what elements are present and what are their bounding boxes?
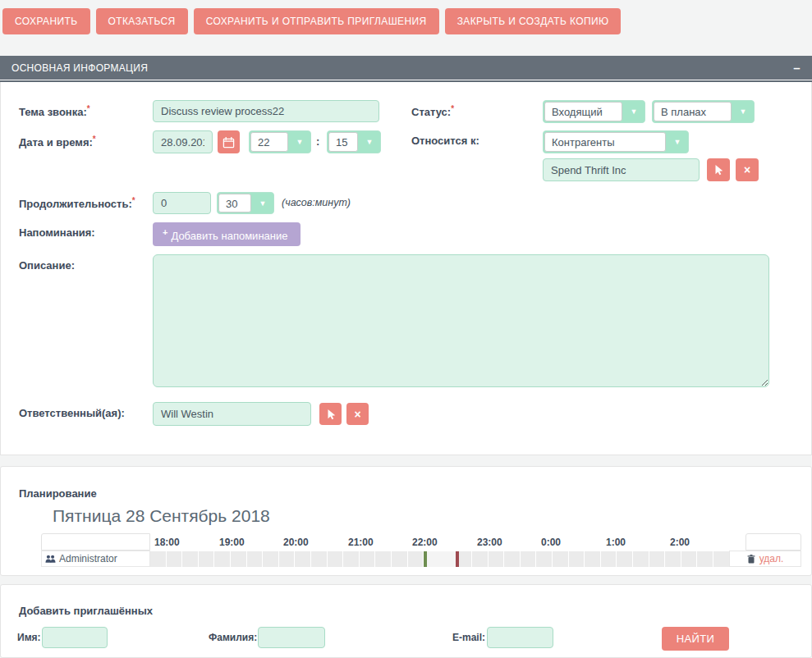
basic-info-panel: ОСНОВНАЯ ИНФОРМАЦИЯ – Тема звонка:* Стат…: [0, 56, 812, 455]
required-asterisk: *: [451, 104, 454, 113]
invitees-title: Добавить приглашённых: [19, 605, 153, 617]
last-name-label: Фамилия:: [209, 632, 257, 643]
attendee-name: Administrator: [59, 553, 117, 564]
date-input[interactable]: [153, 130, 213, 153]
required-asterisk: *: [87, 104, 90, 113]
chevron-down-icon: ▼: [359, 131, 380, 153]
minute-select[interactable]: 15 ▼: [327, 130, 381, 153]
collapse-minus-icon[interactable]: –: [793, 62, 801, 74]
save-button[interactable]: СОХРАНИТЬ: [2, 8, 90, 34]
toolbar: СОХРАНИТЬ ОТКАЗАТЬСЯ СОХРАНИТЬ И ОТПРАВИ…: [2, 8, 621, 34]
chevron-down-icon: ▼: [732, 101, 754, 122]
hour-tick: 22:00: [412, 537, 438, 548]
scheduler-panel: Планирование Пятница 28 Сентябрь 2018 18…: [0, 466, 812, 576]
subject-label: Тема звонка:*: [19, 104, 90, 118]
close-icon: ×: [354, 409, 360, 420]
chevron-down-icon: ▼: [623, 101, 645, 122]
calendar-button[interactable]: [218, 130, 240, 153]
related-record-input[interactable]: [543, 158, 700, 181]
related-to-label: Относится к:: [411, 135, 479, 147]
duration-hours-input[interactable]: [153, 192, 211, 214]
scheduler-row-attendee: Administrator: [41, 551, 150, 567]
form-body: Тема звонка:* Статус:* Входящий ▼ В план…: [0, 82, 812, 455]
hour-tick: 2:00: [670, 537, 690, 548]
save-and-send-invites-button[interactable]: СОХРАНИТЬ И ОТПРАВИТЬ ПРИГЛАШЕНИЯ: [194, 8, 439, 34]
description-textarea[interactable]: [153, 254, 769, 387]
close-icon: ×: [744, 164, 750, 176]
call-edit-page: СОХРАНИТЬ ОТКАЗАТЬСЯ СОХРАНИТЬ И ОТПРАВИ…: [0, 0, 812, 658]
hour-tick: 19:00: [219, 537, 245, 548]
cursor-arrow-icon: [325, 409, 337, 420]
subject-input[interactable]: [153, 100, 379, 122]
hour-tick: 1:00: [606, 537, 626, 548]
select-record-button[interactable]: [707, 158, 730, 181]
hour-select[interactable]: 22 ▼: [249, 130, 311, 153]
panel-header: ОСНОВНАЯ ИНФОРМАЦИЯ –: [0, 56, 812, 80]
hour-tick: 20:00: [283, 537, 309, 548]
duration-hint: (часов:минут): [282, 197, 351, 208]
calendar-icon: [222, 136, 235, 149]
first-name-label: Имя:: [17, 632, 41, 643]
scheduler-table: 18:00 19:00 20:00 21:00 22:00 23:00 0:00…: [41, 533, 801, 568]
scheduler-title: Планирование: [19, 487, 97, 500]
related-module-select[interactable]: Контрагенты ▼: [543, 130, 689, 153]
time-colon: :: [316, 135, 319, 148]
chevron-down-icon: ▼: [667, 131, 688, 153]
scheduler-date-heading: Пятница 28 Сентябрь 2018: [53, 506, 270, 526]
clear-record-button[interactable]: ×: [736, 158, 759, 181]
duration-minutes-select[interactable]: 30 ▼: [217, 192, 274, 214]
cursor-arrow-icon: [713, 164, 724, 176]
scheduler-corner-cell: [41, 533, 150, 551]
call-status-select[interactable]: В планах ▼: [652, 100, 755, 123]
users-icon: [45, 555, 56, 564]
description-label: Описание:: [19, 259, 75, 272]
clear-user-button[interactable]: ×: [346, 403, 369, 425]
close-and-create-copy-button[interactable]: ЗАКРЫТЬ И СОЗДАТЬ КОПИЮ: [445, 8, 622, 34]
add-reminder-button[interactable]: +Добавить напоминание: [153, 222, 300, 246]
hour-tick: 21:00: [348, 537, 374, 548]
chevron-down-icon: ▼: [252, 193, 273, 213]
call-direction-select[interactable]: Входящий ▼: [543, 100, 645, 123]
assigned-user-input[interactable]: [153, 402, 311, 426]
event-end-marker: [456, 551, 459, 567]
hour-tick: 23:00: [477, 537, 502, 548]
assigned-user-label: Ответственный(ая):: [19, 407, 125, 419]
panel-title: ОСНОВНАЯ ИНФОРМАЦИЯ: [11, 62, 148, 74]
trash-icon: [747, 555, 755, 564]
event-start-marker: [424, 551, 427, 567]
scheduler-header-end-cell: [745, 533, 801, 551]
reminders-label: Напоминания:: [19, 226, 95, 239]
datetime-label: Дата и время:*: [19, 135, 96, 149]
cancel-button[interactable]: ОТКАЗАТЬСЯ: [96, 8, 188, 34]
required-asterisk: *: [93, 135, 96, 144]
email-input[interactable]: [487, 627, 553, 648]
first-name-input[interactable]: [42, 627, 108, 648]
search-invitees-button[interactable]: НАЙТИ: [662, 627, 729, 651]
email-label: E-mail:: [452, 632, 485, 643]
remove-attendee-link[interactable]: удал.: [729, 551, 801, 567]
hour-tick: 0:00: [541, 537, 561, 548]
select-user-button[interactable]: [319, 403, 342, 425]
status-label: Статус:*: [411, 104, 454, 118]
required-asterisk: *: [132, 196, 135, 205]
duration-label: Продолжительность:*: [19, 196, 135, 210]
scheduler-timeline[interactable]: [150, 551, 730, 567]
hour-tick: 18:00: [154, 537, 180, 548]
event-duration-span: [426, 551, 456, 567]
chevron-down-icon: ▼: [289, 131, 310, 153]
plus-icon: +: [163, 227, 167, 237]
last-name-input[interactable]: [258, 627, 325, 648]
invitees-panel: Добавить приглашённых Имя: Фамилия: E-ma…: [0, 584, 812, 658]
